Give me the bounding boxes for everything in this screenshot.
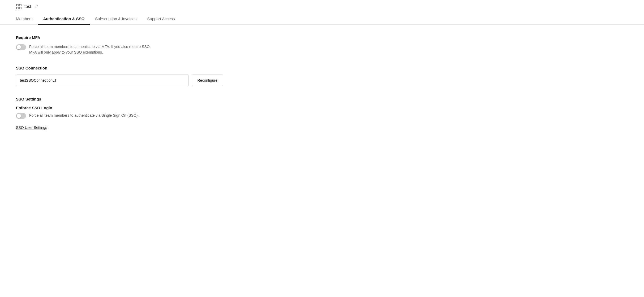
tab-auth-sso[interactable]: Authentication & SSO xyxy=(38,13,90,25)
toggle-thumb xyxy=(17,45,21,49)
enforce-sso-toggle[interactable] xyxy=(16,113,26,119)
require-mfa-toggle-row: Force all team members to authenticate v… xyxy=(16,44,223,55)
sso-user-settings-link[interactable]: SSO User Settings xyxy=(16,125,47,130)
require-mfa-section: Require MFA Force all team members to au… xyxy=(16,35,223,55)
top-bar: test xyxy=(0,0,644,13)
tab-subscription[interactable]: Subscription & Invoices xyxy=(90,13,142,25)
require-mfa-title: Require MFA xyxy=(16,35,223,40)
reconfigure-button[interactable]: Reconfigure xyxy=(192,75,223,86)
svg-rect-2 xyxy=(16,7,18,9)
nav-tabs: Members Authentication & SSO Subscriptio… xyxy=(0,13,644,25)
svg-rect-3 xyxy=(19,7,21,9)
require-mfa-description: Force all team members to authenticate v… xyxy=(29,44,151,55)
sso-settings-section: SSO Settings Enforce SSO Login Force all… xyxy=(16,97,223,130)
svg-rect-1 xyxy=(19,4,21,6)
tab-support[interactable]: Support Access xyxy=(142,13,180,25)
tab-members[interactable]: Members xyxy=(16,13,38,25)
enforce-sso-label: Enforce SSO Login xyxy=(16,106,223,110)
sso-connection-row: Reconfigure xyxy=(16,75,223,86)
sso-connection-title: SSO Connection xyxy=(16,66,223,70)
sso-settings-title: SSO Settings xyxy=(16,97,223,101)
org-name: test xyxy=(24,4,31,9)
sso-connection-section: SSO Connection Reconfigure xyxy=(16,66,223,86)
edit-icon[interactable] xyxy=(34,4,39,9)
toggle-track xyxy=(16,44,26,50)
sso-connection-input[interactable] xyxy=(16,75,189,86)
enforce-toggle-track xyxy=(16,113,26,119)
svg-rect-0 xyxy=(16,4,18,6)
enforce-toggle-thumb xyxy=(17,114,21,118)
main-content: Require MFA Force all team members to au… xyxy=(0,25,239,149)
org-icon xyxy=(16,4,22,10)
require-mfa-toggle[interactable] xyxy=(16,44,26,50)
enforce-sso-toggle-row: Force all team members to authenticate v… xyxy=(16,113,223,119)
enforce-sso-description: Force all team members to authenticate v… xyxy=(29,113,139,118)
